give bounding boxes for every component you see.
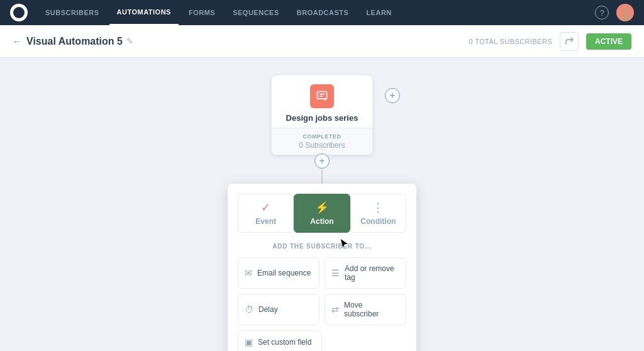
move-subscriber-icon: ⇄ [331,304,339,315]
popup-tabs: ✓ Event ⚡ Action ⋮ Condition [228,184,416,240]
page-title: Visual Automation 5 [26,36,123,47]
tab-condition[interactable]: ⋮ Condition [350,194,406,233]
condition-tab-icon: ⋮ [372,201,384,214]
automation-canvas: + Design jobs series COMPLETED 0 Subscri… [0,58,644,351]
delay-label: Delay [258,305,278,314]
email-sequence-icon: ✉ [245,268,252,278]
set-custom-field-icon: ▣ [245,337,253,347]
edit-title-icon[interactable]: ✎ [126,36,133,46]
add-node-right-button[interactable]: + [385,88,400,103]
active-button[interactable]: ACTIVE [586,33,631,50]
nav-subscribers[interactable]: SUBSCRIBERS [38,0,107,25]
logo[interactable] [10,4,28,21]
action-add-remove-tag[interactable]: ☰ Add or remove tag [325,257,406,289]
add-node-below-button[interactable]: + [314,153,330,169]
sequence-title: Design jobs series [272,113,372,128]
condition-tab-label: Condition [360,217,396,226]
subscribers-label: 0 Subscribers [277,141,367,150]
add-remove-tag-icon: ☰ [331,268,340,278]
completed-label: COMPLETED [277,133,367,140]
user-avatar[interactable] [616,4,634,21]
nav-sequences[interactable]: SEQUENCES [225,0,287,25]
tab-action[interactable]: ⚡ Action [294,194,350,233]
subscribers-count: 0 TOTAL SUBSCRIBERS [469,38,552,45]
svg-point-1 [620,14,630,21]
sequence-icon [310,84,334,108]
sequence-footer: COMPLETED 0 Subscribers [272,128,372,155]
nav-forms[interactable]: FORMS [181,0,223,25]
delay-icon: ⏱ [245,304,253,315]
page-header: ← Visual Automation 5 ✎ 0 TOTAL SUBSCRIB… [0,25,644,58]
action-delay[interactable]: ⏱ Delay [238,294,319,325]
nav-automations[interactable]: AUTOMATIONS [109,0,179,25]
nav-broadcasts[interactable]: BROADCASTS [289,0,357,25]
email-sequence-label: Email sequence [257,269,311,277]
event-tab-icon: ✓ [261,201,270,214]
action-tab-label: Action [310,217,333,226]
navigation: SUBSCRIBERS AUTOMATIONS FORMS SEQUENCES … [0,0,644,25]
back-button[interactable]: ← [13,36,21,47]
action-selector-popup: ✓ Event ⚡ Action ⋮ Condition ADD THE SUB… [228,184,416,351]
set-custom-field-label: Set custom field [258,338,311,347]
event-tab-label: Event [255,217,276,226]
share-button[interactable] [560,32,579,51]
nav-learn[interactable]: LEARN [358,0,399,25]
sequence-card[interactable]: Design jobs series COMPLETED 0 Subscribe… [272,75,372,155]
action-email-sequence[interactable]: ✉ Email sequence [238,257,319,289]
move-subscriber-label: Move subscriber [344,301,399,318]
add-remove-tag-label: Add or remove tag [345,264,399,282]
popup-section-title: ADD THE SUBSCRIBER TO... [228,243,416,250]
action-tab-icon: ⚡ [315,201,329,214]
action-items-grid: ✉ Email sequence ☰ Add or remove tag ⏱ D… [228,257,416,351]
tab-event[interactable]: ✓ Event [238,194,294,233]
help-button[interactable]: ? [595,6,609,20]
svg-rect-2 [318,92,327,99]
action-move-subscriber[interactable]: ⇄ Move subscriber [325,294,406,325]
svg-point-0 [622,8,628,14]
action-set-custom-field[interactable]: ▣ Set custom field [238,330,322,351]
